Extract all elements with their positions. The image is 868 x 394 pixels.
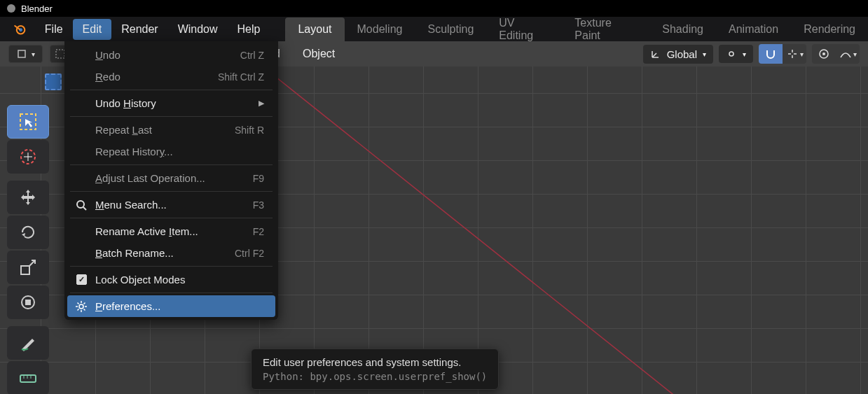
app-icon bbox=[7, 4, 15, 13]
menu-separator bbox=[70, 191, 273, 192]
search-icon bbox=[74, 199, 88, 211]
menu-separator bbox=[70, 116, 273, 117]
orientation-label: Global bbox=[667, 48, 697, 60]
link-icon bbox=[726, 48, 737, 59]
svg-point-5 bbox=[822, 52, 825, 55]
menu-item-label: Repeat Last bbox=[95, 124, 152, 136]
tab-layout[interactable]: Layout bbox=[285, 17, 344, 41]
svg-point-20 bbox=[79, 304, 83, 309]
tab-animation[interactable]: Animation bbox=[716, 17, 791, 41]
transform-orientation-dropdown[interactable]: Global ▾ bbox=[643, 45, 713, 64]
svg-point-18 bbox=[77, 201, 84, 208]
menu-render[interactable]: Render bbox=[111, 19, 167, 40]
menu-separator bbox=[70, 293, 273, 293]
x-axis-line bbox=[210, 66, 841, 394]
proportional-editing-group[interactable]: ▾ bbox=[812, 44, 860, 64]
tooltip-preferences: Edit user preferences and system setting… bbox=[251, 349, 499, 390]
annotate-tool[interactable] bbox=[7, 326, 49, 360]
menu-item-preferences[interactable]: Preferences... bbox=[67, 295, 275, 317]
menu-item-label: Undo bbox=[95, 49, 120, 61]
menu-item-repeat-history[interactable]: Repeat History... bbox=[67, 141, 275, 162]
menu-item-label: Lock Object Modes bbox=[95, 274, 185, 286]
menu-item-rename-active-item[interactable]: Rename Active Item...F2 bbox=[67, 220, 275, 242]
mode-selector[interactable]: ▾ bbox=[8, 45, 43, 63]
top-menubar: FileEditRenderWindowHelp LayoutModelingS… bbox=[0, 17, 868, 41]
box-select-widget[interactable] bbox=[45, 73, 62, 90]
menu-edit[interactable]: Edit bbox=[73, 19, 112, 40]
menu-item-lock-object-modes[interactable]: ✓Lock Object Modes bbox=[67, 269, 275, 290]
scale-tool[interactable] bbox=[7, 251, 49, 284]
menu-item-batch-rename[interactable]: Batch Rename...Ctrl F2 bbox=[67, 242, 275, 264]
magnet-icon[interactable] bbox=[759, 44, 783, 64]
menu-window[interactable]: Window bbox=[168, 19, 228, 40]
move-tool[interactable] bbox=[7, 181, 49, 214]
menu-item-adjust-last-operation[interactable]: Adjust Last Operation...F9 bbox=[67, 167, 275, 189]
menu-item-label: Repeat History... bbox=[95, 146, 173, 157]
proportional-icon[interactable] bbox=[812, 44, 836, 64]
app-title: Blender bbox=[21, 3, 53, 14]
menu-separator bbox=[70, 218, 273, 218]
chevron-down-icon: ▾ bbox=[32, 50, 35, 58]
object-menu[interactable]: Object bbox=[303, 48, 335, 60]
menu-separator bbox=[70, 164, 273, 165]
menu-item-label: Rename Active Item... bbox=[95, 225, 198, 237]
tool-shelf bbox=[7, 105, 49, 394]
menu-help[interactable]: Help bbox=[228, 19, 270, 40]
rotate-tool[interactable] bbox=[7, 216, 49, 249]
menu-shortcut: F9 bbox=[253, 173, 264, 184]
chevron-down-icon: ▾ bbox=[743, 50, 746, 58]
svg-rect-13 bbox=[25, 300, 31, 305]
edit-menu-dropdown: UndoCtrl ZRedoShift Ctrl ZUndo History▶R… bbox=[64, 41, 278, 320]
menu-item-label: Undo History bbox=[95, 97, 156, 109]
menu-item-label: Redo bbox=[95, 71, 120, 83]
pivot-dropdown[interactable]: ▾ bbox=[719, 45, 753, 63]
gear-icon bbox=[74, 300, 88, 313]
blender-logo-icon bbox=[13, 22, 27, 36]
tooltip-description: Edit user preferences and system setting… bbox=[263, 356, 487, 368]
tab-modeling[interactable]: Modeling bbox=[345, 17, 415, 41]
chevron-down-icon: ▾ bbox=[703, 50, 706, 58]
menu-item-label: Adjust Last Operation... bbox=[95, 172, 205, 184]
transform-tool[interactable] bbox=[7, 286, 49, 319]
falloff-icon[interactable]: ▾ bbox=[836, 44, 860, 64]
svg-line-6 bbox=[210, 66, 701, 394]
svg-rect-14 bbox=[20, 375, 36, 382]
svg-rect-11 bbox=[21, 266, 29, 274]
menu-item-redo[interactable]: RedoShift Ctrl Z bbox=[67, 66, 275, 87]
menu-shortcut: Shift R bbox=[235, 125, 264, 136]
orientation-icon bbox=[650, 48, 661, 59]
svg-rect-2 bbox=[18, 50, 25, 57]
menu-shortcut: Ctrl Z bbox=[240, 50, 264, 61]
tab-sculpting[interactable]: Sculpting bbox=[415, 17, 486, 41]
tab-rendering[interactable]: Rendering bbox=[791, 17, 868, 41]
measure-tool[interactable] bbox=[7, 361, 49, 394]
tab-shading[interactable]: Shading bbox=[649, 17, 716, 41]
menu-shortcut: F3 bbox=[253, 199, 264, 211]
svg-rect-3 bbox=[56, 50, 64, 58]
menu-shortcut: F2 bbox=[253, 226, 264, 237]
snap-toggle-group[interactable]: ▾ bbox=[759, 44, 806, 64]
menu-item-undo[interactable]: UndoCtrl Z bbox=[67, 44, 275, 66]
menu-item-repeat-last[interactable]: Repeat LastShift R bbox=[67, 119, 275, 141]
snap-mode-icon[interactable]: ▾ bbox=[783, 44, 806, 64]
menu-separator bbox=[70, 90, 273, 90]
menu-item-label: Preferences... bbox=[95, 300, 160, 312]
cursor-tool[interactable] bbox=[7, 140, 49, 174]
menu-item-menu-search[interactable]: Menu Search...F3 bbox=[67, 194, 275, 216]
menu-shortcut: Shift Ctrl Z bbox=[218, 71, 264, 83]
svg-line-19 bbox=[83, 207, 86, 210]
checkbox-checked-icon: ✓ bbox=[74, 274, 88, 285]
menu-item-label: Batch Rename... bbox=[95, 247, 174, 259]
menu-file[interactable]: File bbox=[35, 19, 73, 40]
menu-separator bbox=[70, 266, 273, 267]
submenu-arrow-icon: ▶ bbox=[259, 99, 264, 108]
window-titlebar: Blender bbox=[0, 0, 868, 17]
menu-shortcut: Ctrl F2 bbox=[235, 248, 264, 259]
menu-item-undo-history[interactable]: Undo History▶ bbox=[67, 92, 275, 114]
tooltip-python: Python: bpy.ops.screen.userpref_show() bbox=[263, 371, 487, 382]
select-box-tool[interactable] bbox=[7, 105, 49, 139]
menu-item-label: Menu Search... bbox=[95, 199, 167, 211]
